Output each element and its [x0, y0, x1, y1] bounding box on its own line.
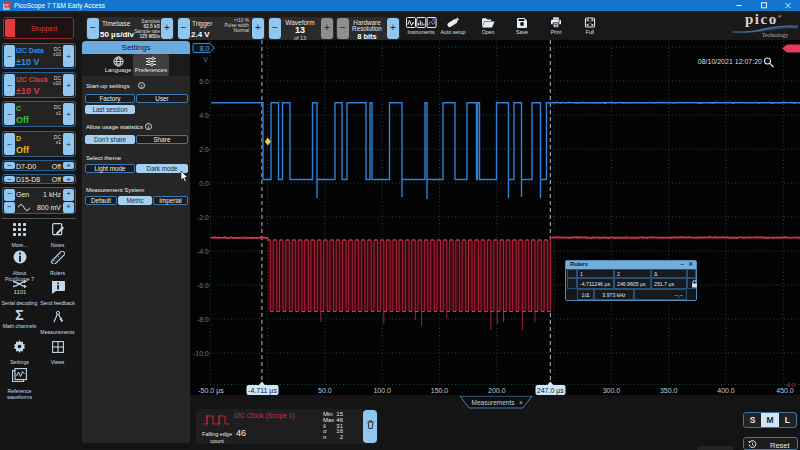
svg-text:450.0: 450.0: [776, 387, 794, 394]
svg-text:08/10/2021 12:07:20: 08/10/2021 12:07:20: [698, 58, 762, 65]
svg-text:-8.0: -8.0: [197, 316, 209, 323]
svg-text:-4.0: -4.0: [197, 248, 209, 255]
svg-text:1101: 1101: [13, 289, 27, 294]
svg-text:2.0: 2.0: [199, 146, 209, 153]
svg-text:200.0: 200.0: [488, 387, 506, 394]
svg-text:-6.0: -6.0: [197, 282, 209, 289]
svg-text:-2.0: -2.0: [197, 214, 209, 221]
svg-text:50.0: 50.0: [318, 387, 332, 394]
svg-text:-10.0: -10.0: [193, 350, 209, 357]
svg-text:350.0: 350.0: [660, 387, 678, 394]
svg-text:×: ×: [519, 399, 523, 406]
svg-text:300.0: 300.0: [603, 387, 621, 394]
svg-text:4.0: 4.0: [199, 112, 209, 119]
svg-text:-4.711 µs: -4.711 µs: [248, 387, 277, 395]
svg-text:400.0: 400.0: [717, 387, 735, 394]
svg-text:V: V: [203, 56, 208, 63]
svg-text:-50.0 µs: -50.0 µs: [198, 387, 224, 395]
svg-text:247.0 µs: 247.0 µs: [537, 387, 564, 395]
svg-text:0.0: 0.0: [199, 180, 209, 187]
svg-text:Measurements: Measurements: [472, 399, 516, 406]
svg-text:100.0: 100.0: [373, 387, 391, 394]
svg-text:6.0: 6.0: [199, 78, 209, 85]
svg-text:8.0: 8.0: [200, 45, 210, 52]
svg-text:150.0: 150.0: [431, 387, 449, 394]
